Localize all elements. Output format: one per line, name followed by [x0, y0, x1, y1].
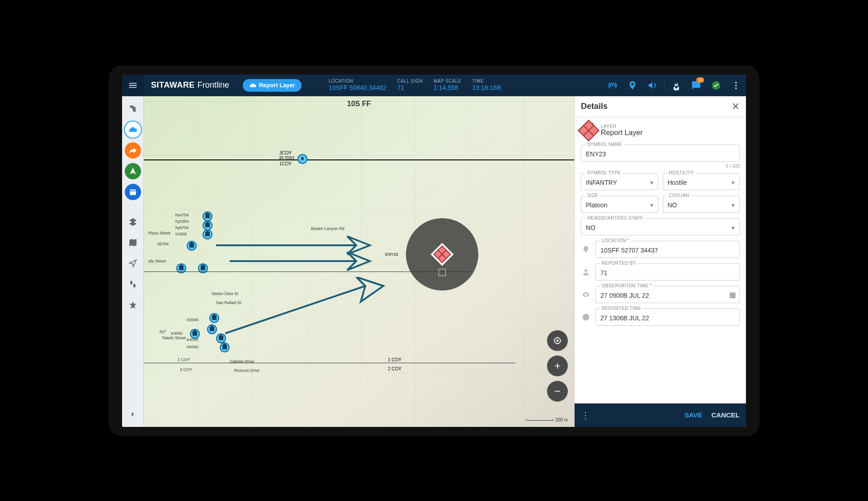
- tool-cloud-icon[interactable]: [125, 122, 141, 138]
- unit-marker[interactable]: [203, 211, 212, 221]
- hostility-select[interactable]: Hostile▾: [663, 173, 740, 190]
- svg-point-7: [133, 284, 135, 287]
- sidebar-expand-button[interactable]: [125, 406, 141, 422]
- unit-marker[interactable]: [203, 229, 212, 239]
- arrow-3: [225, 277, 392, 336]
- tool-layers-icon[interactable]: [125, 214, 141, 230]
- chevron-down-icon: ▾: [731, 201, 735, 209]
- chevron-down-icon: ▾: [731, 224, 735, 231]
- locate-button[interactable]: [547, 330, 568, 351]
- status-location: LOCATION 10SFF 50840 34482: [329, 79, 387, 92]
- report-layer-pill[interactable]: Report Layer: [243, 79, 302, 92]
- svg-point-8: [557, 339, 559, 342]
- symbol-type-select[interactable]: INFANTRY▾: [581, 173, 658, 190]
- hostile-diamond-icon: [433, 245, 451, 263]
- chevron-down-icon: ▾: [650, 179, 653, 186]
- observation-time-field: OBSERVATION TIME * ▦: [595, 286, 740, 303]
- status-callsign: CALL SIGN 71: [397, 79, 423, 92]
- scale-bar: 200 m: [526, 417, 568, 422]
- tool-cursor-icon[interactable]: [125, 255, 141, 272]
- pin-icon[interactable]: [623, 75, 642, 96]
- arrow-2: [230, 250, 379, 272]
- unit-marker[interactable]: [297, 154, 307, 164]
- phase-line-1: [144, 159, 574, 160]
- layer-row[interactable]: ••• LAYER Report Layer: [581, 123, 740, 138]
- reportedby-input[interactable]: [595, 263, 740, 281]
- map-canvas[interactable]: 10S FF 3COY PLT001 1COY hs4754 hy2354 hy…: [144, 96, 574, 427]
- phase-line-3: [144, 363, 515, 363]
- footer-more-icon[interactable]: ⋮: [581, 410, 591, 421]
- reportedby-field: REPORTED BY: [595, 263, 740, 281]
- target-circle[interactable]: ENY23: [406, 218, 478, 290]
- hq-field: HEADQUARTERS STAFF NO▾: [581, 218, 740, 235]
- location-input[interactable]: [595, 241, 740, 258]
- menu-button[interactable]: [122, 75, 144, 96]
- more-icon[interactable]: [726, 75, 746, 96]
- tool-nav-icon[interactable]: [125, 163, 141, 179]
- chat-badge: 16: [696, 77, 704, 83]
- civilian-select[interactable]: NO▾: [663, 196, 740, 213]
- observation-time-input[interactable]: [595, 286, 740, 303]
- svg-point-4: [133, 109, 136, 112]
- zoom-in-button[interactable]: [547, 356, 568, 376]
- cloud-icon: [249, 82, 256, 89]
- char-counter: 5 / 100: [581, 164, 740, 169]
- grid-label: 10S FF: [347, 100, 371, 108]
- tool-star-icon[interactable]: [125, 297, 141, 313]
- brand: SITAWARE Frontline: [144, 80, 236, 90]
- calendar-icon[interactable]: ▦: [729, 290, 736, 299]
- main: 10S FF 3COY PLT001 1COY hs4754 hy2354 hy…: [122, 96, 746, 427]
- unit-marker[interactable]: [203, 220, 212, 230]
- civilian-field: CIVILIAN NO▾: [663, 196, 740, 213]
- close-icon[interactable]: ✕: [731, 101, 740, 112]
- tool-share-icon[interactable]: [125, 142, 141, 159]
- chevron-down-icon: ▾: [650, 201, 653, 209]
- svg-rect-5: [130, 189, 136, 195]
- symbol-name-field: SYMBOL NAME: [581, 145, 740, 162]
- status-group: LOCATION 10SFF 50840 34482 CALL SIGN 71 …: [329, 79, 501, 92]
- unit-marker[interactable]: [187, 241, 197, 251]
- sidebar: [122, 96, 144, 427]
- hq-select[interactable]: NO▾: [581, 218, 740, 235]
- broadcast-icon[interactable]: [603, 75, 623, 96]
- save-button[interactable]: SAVE: [684, 411, 703, 419]
- reported-time-input[interactable]: [595, 309, 740, 326]
- cancel-button[interactable]: CANCEL: [712, 411, 740, 419]
- pill-label: Report Layer: [259, 82, 295, 89]
- panel-footer: ⋮ SAVE CANCEL: [575, 403, 746, 427]
- hostility-field: HOSTILITY Hostile▾: [663, 173, 740, 190]
- topbar: SITAWARE Frontline Report Layer LOCATION…: [122, 75, 746, 96]
- status-time: TIME 13:18:16B: [472, 79, 501, 92]
- panel-header: Details ✕: [575, 96, 746, 117]
- symbol-name-input[interactable]: [581, 145, 740, 162]
- screen: SITAWARE Frontline Report Layer LOCATION…: [122, 75, 746, 427]
- svg-point-2: [735, 84, 737, 86]
- svg-point-6: [130, 281, 132, 284]
- location-field: LOCATION *: [595, 241, 740, 258]
- tool-footsteps-icon[interactable]: [125, 276, 141, 292]
- tool-calendar-icon[interactable]: [125, 184, 141, 200]
- brand-name: SITAWARE: [151, 80, 195, 90]
- panel-title: Details: [581, 102, 608, 111]
- size-select[interactable]: Platoon▾: [581, 196, 658, 213]
- tablet-frame: SITAWARE Frontline Report Layer LOCATION…: [108, 66, 760, 436]
- unit-marker[interactable]: [216, 333, 226, 343]
- details-panel: Details ✕ ••• LAYER Report Layer SYMBOL …: [574, 96, 746, 427]
- fire-icon[interactable]: [666, 75, 686, 96]
- zoom-out-button[interactable]: [547, 381, 568, 402]
- layer-diamond-icon: [578, 119, 599, 141]
- svg-point-1: [735, 81, 737, 83]
- status-ok-icon[interactable]: [706, 75, 726, 96]
- location-pin-icon: [581, 245, 591, 253]
- tool-map-icon[interactable]: [125, 234, 141, 251]
- chat-icon[interactable]: 16: [686, 75, 706, 96]
- brand-sub: Frontline: [198, 80, 229, 90]
- svg-point-10: [585, 269, 587, 272]
- chevron-down-icon: ▾: [731, 179, 735, 186]
- volume-icon[interactable]: [642, 75, 662, 96]
- unit-marker[interactable]: [207, 324, 217, 334]
- unit-marker[interactable]: [220, 342, 230, 352]
- size-field: SIZE Platoon▾: [581, 196, 658, 213]
- unit-marker[interactable]: [209, 313, 219, 323]
- tool-flag-icon[interactable]: [125, 101, 141, 117]
